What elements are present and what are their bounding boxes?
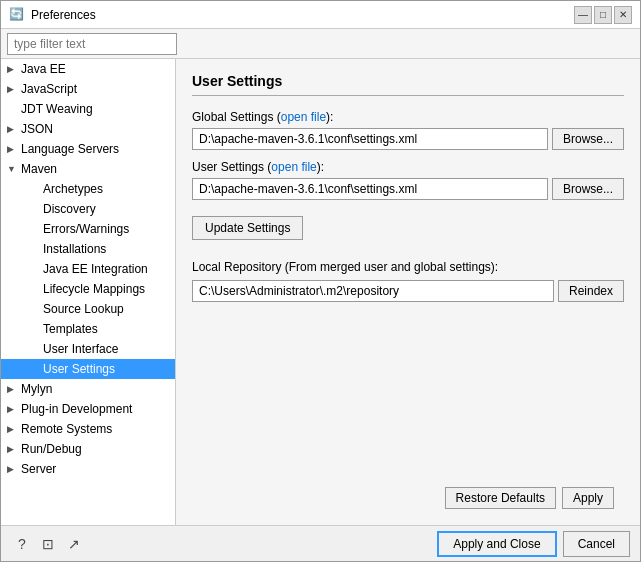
global-settings-input[interactable] — [192, 128, 548, 150]
footer-bar: ? ⊡ ↗ Apply and Close Cancel — [1, 525, 640, 561]
local-repo-input-row: Reindex — [192, 280, 624, 302]
global-browse-button[interactable]: Browse... — [552, 128, 624, 150]
sidebar-item-label: Plug-in Development — [21, 402, 132, 416]
sidebar-item-run-debug[interactable]: ▶Run/Debug — [1, 439, 175, 459]
minimize-button[interactable]: — — [574, 6, 592, 24]
maximize-button[interactable]: □ — [594, 6, 612, 24]
user-settings-group: User Settings (open file): Browse... — [192, 160, 624, 200]
update-settings-button[interactable]: Update Settings — [192, 216, 303, 240]
sidebar-item-user-interface[interactable]: User Interface — [1, 339, 175, 359]
window-title: Preferences — [31, 8, 96, 22]
sidebar-item-label: Discovery — [43, 202, 96, 216]
sidebar: ▶Java EE▶JavaScriptJDT Weaving▶JSON▶Lang… — [1, 59, 176, 525]
sidebar-item-lifecycle-mappings[interactable]: Lifecycle Mappings — [1, 279, 175, 299]
title-bar: 🔄 Preferences — □ ✕ — [1, 1, 640, 29]
apply-button[interactable]: Apply — [562, 487, 614, 509]
sidebar-item-java-ee-integration[interactable]: Java EE Integration — [1, 259, 175, 279]
sidebar-item-language-servers[interactable]: ▶Language Servers — [1, 139, 175, 159]
local-repo-label: Local Repository (From merged user and g… — [192, 260, 624, 274]
window-icon: 🔄 — [9, 7, 25, 23]
preferences-window: 🔄 Preferences — □ ✕ ▶Java EE▶JavaScriptJ… — [0, 0, 641, 562]
sidebar-item-label: Source Lookup — [43, 302, 124, 316]
sidebar-item-label: User Settings — [43, 362, 115, 376]
sidebar-item-label: Run/Debug — [21, 442, 82, 456]
arrow-icon: ▶ — [7, 384, 17, 394]
local-repo-group: Local Repository (From merged user and g… — [192, 260, 624, 302]
sidebar-item-label: User Interface — [43, 342, 118, 356]
sidebar-item-templates[interactable]: Templates — [1, 319, 175, 339]
sidebar-item-discovery[interactable]: Discovery — [1, 199, 175, 219]
global-settings-group: Global Settings (open file): Browse... — [192, 110, 624, 150]
arrow-icon: ▶ — [7, 424, 17, 434]
sidebar-item-label: Java EE — [21, 62, 66, 76]
footer-icons: ? ⊡ ↗ — [11, 533, 85, 555]
local-repo-input[interactable] — [192, 280, 554, 302]
sidebar-item-java-ee[interactable]: ▶Java EE — [1, 59, 175, 79]
sidebar-item-label: Installations — [43, 242, 106, 256]
arrow-icon: ▶ — [7, 64, 17, 74]
global-settings-link[interactable]: open file — [281, 110, 326, 124]
restore-defaults-button[interactable]: Restore Defaults — [445, 487, 556, 509]
sidebar-item-remote-systems[interactable]: ▶Remote Systems — [1, 419, 175, 439]
user-settings-input-row: Browse... — [192, 178, 624, 200]
sidebar-item-installations[interactable]: Installations — [1, 239, 175, 259]
sidebar-item-label: Remote Systems — [21, 422, 112, 436]
arrow-icon: ▼ — [7, 164, 17, 174]
title-controls: — □ ✕ — [574, 6, 632, 24]
sidebar-item-label: JDT Weaving — [21, 102, 93, 116]
footer-actions: Apply and Close Cancel — [437, 531, 630, 557]
sidebar-item-user-settings[interactable]: User Settings — [1, 359, 175, 379]
help-button[interactable]: ? — [11, 533, 33, 555]
sidebar-item-label: JavaScript — [21, 82, 77, 96]
sidebar-item-maven[interactable]: ▼Maven — [1, 159, 175, 179]
sidebar-item-jdt-weaving[interactable]: JDT Weaving — [1, 99, 175, 119]
global-settings-input-row: Browse... — [192, 128, 624, 150]
sidebar-item-label: Archetypes — [43, 182, 103, 196]
sidebar-item-label: Mylyn — [21, 382, 52, 396]
sidebar-item-server[interactable]: ▶Server — [1, 459, 175, 479]
close-button[interactable]: ✕ — [614, 6, 632, 24]
sidebar-item-archetypes[interactable]: Archetypes — [1, 179, 175, 199]
sidebar-item-mylyn[interactable]: ▶Mylyn — [1, 379, 175, 399]
footer-icon2-button[interactable]: ⊡ — [37, 533, 59, 555]
arrow-icon: ▶ — [7, 444, 17, 454]
main-area: ▶Java EE▶JavaScriptJDT Weaving▶JSON▶Lang… — [1, 59, 640, 525]
sidebar-item-errors-warnings[interactable]: Errors/Warnings — [1, 219, 175, 239]
sidebar-item-label: Lifecycle Mappings — [43, 282, 145, 296]
sidebar-item-source-lookup[interactable]: Source Lookup — [1, 299, 175, 319]
sidebar-item-label: Maven — [21, 162, 57, 176]
user-settings-link[interactable]: open file — [271, 160, 316, 174]
arrow-icon: ▶ — [7, 464, 17, 474]
global-settings-label: Global Settings (open file): — [192, 110, 624, 124]
sidebar-item-label: Java EE Integration — [43, 262, 148, 276]
sidebar-item-label: Errors/Warnings — [43, 222, 129, 236]
user-settings-input[interactable] — [192, 178, 548, 200]
apply-close-button[interactable]: Apply and Close — [437, 531, 556, 557]
user-settings-label: User Settings (open file): — [192, 160, 624, 174]
bottom-buttons: Restore Defaults Apply — [192, 481, 624, 515]
sidebar-item-json[interactable]: ▶JSON — [1, 119, 175, 139]
footer-icon3-button[interactable]: ↗ — [63, 533, 85, 555]
filter-input[interactable] — [7, 33, 177, 55]
sidebar-item-label: Templates — [43, 322, 98, 336]
arrow-icon: ▶ — [7, 124, 17, 134]
arrow-icon: ▶ — [7, 404, 17, 414]
sidebar-item-javascript[interactable]: ▶JavaScript — [1, 79, 175, 99]
user-browse-button[interactable]: Browse... — [552, 178, 624, 200]
arrow-icon: ▶ — [7, 144, 17, 154]
toolbar — [1, 29, 640, 59]
reindex-button[interactable]: Reindex — [558, 280, 624, 302]
sidebar-item-label: Server — [21, 462, 56, 476]
cancel-button[interactable]: Cancel — [563, 531, 630, 557]
sidebar-item-plug-in-development[interactable]: ▶Plug-in Development — [1, 399, 175, 419]
title-bar-left: 🔄 Preferences — [9, 7, 96, 23]
content-area: User Settings Global Settings (open file… — [176, 59, 640, 525]
page-title: User Settings — [192, 73, 624, 96]
sidebar-item-label: JSON — [21, 122, 53, 136]
update-settings-group: Update Settings — [192, 210, 624, 240]
sidebar-item-label: Language Servers — [21, 142, 119, 156]
arrow-icon: ▶ — [7, 84, 17, 94]
